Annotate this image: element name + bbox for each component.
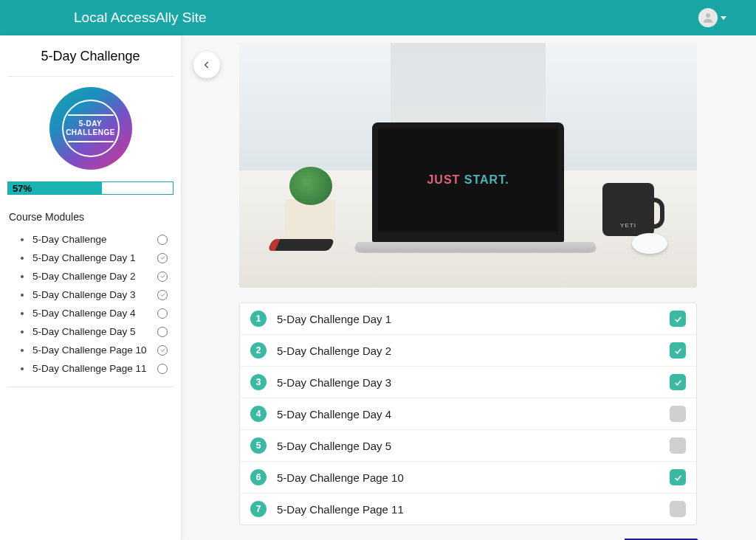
bullet-icon <box>21 330 24 333</box>
bullet-icon <box>21 275 24 278</box>
hero-image: JUST START. YETI <box>239 43 697 288</box>
bullet-icon <box>21 238 24 241</box>
main-content: JUST START. YETI 15-Day Challenge Day 12… <box>182 35 756 540</box>
empty-circle-icon <box>157 235 168 245</box>
lesson-title: 5-Day Challenge Day 5 <box>277 440 670 452</box>
module-item[interactable]: 5-Day Challenge <box>7 230 173 249</box>
bullet-icon <box>21 257 24 260</box>
empty-circle-icon <box>157 308 168 319</box>
lesson-number-badge: 5 <box>250 437 267 454</box>
lesson-row[interactable]: 35-Day Challenge Day 3 <box>240 366 696 398</box>
caret-down-icon <box>721 16 726 20</box>
avatar-icon <box>698 8 718 27</box>
check-circle-icon <box>157 253 168 263</box>
module-label: 5-Day Challenge Day 3 <box>32 289 157 300</box>
empty-circle-icon <box>157 327 168 337</box>
course-badge: 5-DAY CHALLENGE <box>7 87 173 170</box>
module-item[interactable]: 5-Day Challenge Page 11 <box>7 359 173 378</box>
phone-icon <box>267 239 334 251</box>
bullet-icon <box>21 294 24 297</box>
module-label: 5-Day Challenge Day 2 <box>32 271 157 282</box>
module-label: 5-Day Challenge Page 11 <box>32 363 157 374</box>
module-item[interactable]: 5-Day Challenge Day 4 <box>7 304 173 322</box>
badge-line1: 5-DAY <box>79 120 103 128</box>
module-label: 5-Day Challenge <box>32 234 157 245</box>
module-list: 5-Day Challenge5-Day Challenge Day 15-Da… <box>7 230 173 378</box>
bullet-icon <box>21 367 24 370</box>
lesson-number-badge: 3 <box>250 374 267 390</box>
check-badge-icon <box>670 342 686 359</box>
lesson-row[interactable]: 65-Day Challenge Page 10 <box>240 461 696 493</box>
lesson-row[interactable]: 25-Day Challenge Day 2 <box>240 334 696 366</box>
lesson-title: 5-Day Challenge Day 2 <box>277 345 670 357</box>
lesson-number-badge: 7 <box>250 501 267 517</box>
pending-badge-icon <box>670 437 686 454</box>
badge-line2: CHALLENGE <box>66 128 115 137</box>
lesson-title: 5-Day Challenge Page 11 <box>277 503 670 516</box>
lesson-row[interactable]: 45-Day Challenge Day 4 <box>240 398 696 429</box>
site-title: Local AccessAlly Site <box>74 10 207 26</box>
check-badge-icon <box>670 311 686 327</box>
top-bar: Local AccessAlly Site <box>0 0 756 35</box>
module-item[interactable]: 5-Day Challenge Day 3 <box>7 285 173 304</box>
hero-text: JUST START. <box>427 173 509 187</box>
module-item[interactable]: 5-Day Challenge Day 1 <box>7 249 173 267</box>
progress-label: 57% <box>13 182 32 194</box>
lesson-title: 5-Day Challenge Day 3 <box>277 376 670 389</box>
user-menu[interactable] <box>698 8 726 27</box>
progress-bar: 57% <box>7 181 173 195</box>
check-badge-icon <box>670 374 686 390</box>
laptop-icon: JUST START. <box>357 122 579 257</box>
sidebar-divider <box>7 387 173 387</box>
module-label: 5-Day Challenge Day 1 <box>32 252 157 263</box>
chevron-left-icon <box>202 60 212 70</box>
mug-icon: YETI <box>602 183 654 236</box>
module-label: 5-Day Challenge Day 4 <box>32 308 157 319</box>
module-item[interactable]: 5-Day Challenge Day 5 <box>7 322 173 341</box>
module-item[interactable]: 5-Day Challenge Day 2 <box>7 267 173 285</box>
lesson-title: 5-Day Challenge Day 4 <box>277 408 670 420</box>
lesson-list: 15-Day Challenge Day 125-Day Challenge D… <box>239 302 697 525</box>
empty-circle-icon <box>157 364 168 374</box>
modules-heading: Course Modules <box>9 211 173 223</box>
module-label: 5-Day Challenge Page 10 <box>32 345 157 356</box>
plant-icon <box>285 199 335 240</box>
pending-badge-icon <box>670 406 686 422</box>
check-circle-icon <box>157 271 168 282</box>
check-badge-icon <box>670 469 686 485</box>
lesson-number-badge: 1 <box>250 311 267 327</box>
bullet-icon <box>21 349 24 352</box>
lesson-title: 5-Day Challenge Day 1 <box>277 313 670 325</box>
bullet-icon <box>21 312 24 315</box>
lesson-number-badge: 6 <box>250 469 267 485</box>
module-item[interactable]: 5-Day Challenge Page 10 <box>7 341 173 359</box>
svg-point-0 <box>706 13 710 18</box>
lesson-number-badge: 2 <box>250 342 267 359</box>
check-circle-icon <box>157 345 168 356</box>
lesson-title: 5-Day Challenge Page 10 <box>277 471 670 484</box>
lesson-row[interactable]: 15-Day Challenge Day 1 <box>240 303 696 334</box>
check-circle-icon <box>157 290 168 300</box>
lesson-number-badge: 4 <box>250 406 267 422</box>
module-label: 5-Day Challenge Day 5 <box>32 326 157 337</box>
mouse-icon <box>632 233 667 254</box>
sidebar-collapse-button[interactable] <box>193 52 220 78</box>
pending-badge-icon <box>670 501 686 517</box>
sidebar: 5-Day Challenge 5-DAY CHALLENGE 57% Cour… <box>0 35 182 540</box>
lesson-row[interactable]: 75-Day Challenge Page 11 <box>240 493 696 525</box>
lesson-row[interactable]: 55-Day Challenge Day 5 <box>240 429 696 461</box>
course-title: 5-Day Challenge <box>7 49 173 77</box>
